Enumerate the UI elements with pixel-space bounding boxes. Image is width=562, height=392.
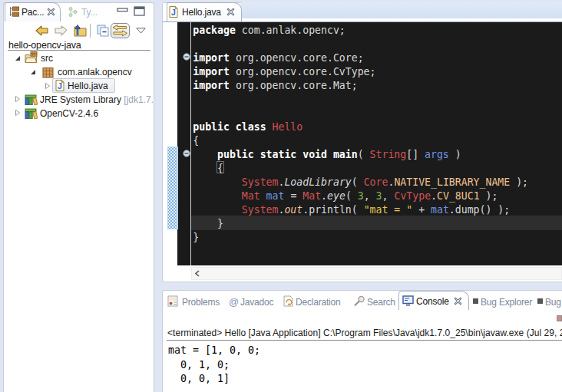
- svg-text:J: J: [171, 8, 176, 17]
- svg-text:J: J: [58, 81, 62, 91]
